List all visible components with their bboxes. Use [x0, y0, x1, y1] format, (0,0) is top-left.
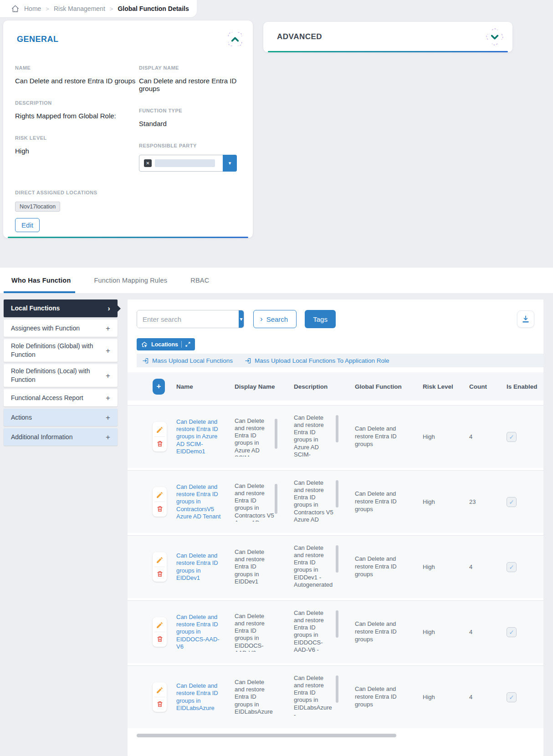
global-function-cell: Can Delete and restore Entra ID groups [355, 425, 409, 448]
breadcrumb-risk-management[interactable]: Risk Management [54, 5, 105, 12]
cell-scrollbar[interactable] [275, 484, 277, 514]
breadcrumb-separator-icon: > [46, 5, 49, 12]
trash-icon [156, 440, 164, 447]
edit-locations-button[interactable]: Edit [15, 218, 40, 232]
add-local-function-button[interactable]: + [153, 379, 165, 395]
search-dropdown-caret-icon[interactable]: ▾ [239, 310, 244, 328]
search-input[interactable] [137, 310, 239, 328]
main-content-panel: ▾ › Search Tags Locations Mass Upload Lo… [128, 299, 543, 756]
tags-button[interactable]: Tags [305, 310, 336, 328]
delete-row-button[interactable] [155, 504, 165, 514]
expand-icon [185, 341, 191, 347]
cell-scrollbar[interactable] [336, 480, 338, 507]
check-icon: ✓ [509, 629, 514, 636]
remove-party-icon[interactable]: ✕ [144, 159, 152, 167]
responsible-party-select[interactable]: ✕ ▾ [139, 155, 237, 172]
import-icon [245, 357, 251, 364]
risk-level-cell: High [423, 694, 469, 700]
display-name-cell: Can Delete and restore Entra ID groups i… [235, 417, 275, 457]
check-icon: ✓ [509, 433, 514, 441]
function-name-link[interactable]: Can Delete and restore Entra ID groups i… [176, 614, 222, 650]
breadcrumb-home[interactable]: Home [24, 5, 41, 12]
row-actions [153, 682, 167, 712]
cell-scrollbar[interactable] [275, 419, 277, 449]
edit-row-button[interactable] [155, 425, 165, 435]
column-header-is-enabled[interactable]: Is Enabled [507, 383, 543, 390]
plus-icon: + [106, 394, 110, 402]
tab-rbac[interactable]: RBAC [179, 268, 221, 293]
global-function-cell: Can Delete and restore Entra ID groups [355, 620, 409, 644]
check-icon: ✓ [509, 563, 514, 571]
global-function-cell: Can Delete and restore Entra ID groups [355, 555, 409, 578]
breadcrumb-current: Global Function Details [118, 5, 189, 12]
home-icon[interactable] [11, 5, 20, 13]
cell-scrollbar[interactable] [336, 545, 338, 573]
tab-function-mapping-rules[interactable]: Function Mapping Rules [82, 268, 179, 293]
tab-who-has-function[interactable]: Who Has Function [0, 268, 82, 293]
function-name-link[interactable]: Can Delete and restore Entra ID groups i… [176, 483, 222, 520]
horizontal-scrollbar[interactable] [137, 734, 396, 737]
is-enabled-checkbox[interactable]: ✓ [507, 692, 517, 702]
is-enabled-checkbox[interactable]: ✓ [507, 497, 517, 507]
plus-icon: + [106, 414, 110, 421]
pencil-icon [156, 556, 164, 564]
cell-scrollbar[interactable] [336, 675, 338, 703]
sidebar-item-assignees-with-function[interactable]: Assignees with Function + [4, 320, 118, 337]
row-actions [153, 617, 167, 647]
cell-scrollbar[interactable] [336, 415, 338, 442]
column-header-display-name[interactable]: Display Name [235, 383, 294, 390]
name-value: Can Delete and restore Entra ID groups [15, 77, 139, 85]
delete-row-button[interactable] [155, 699, 165, 709]
edit-row-button[interactable] [155, 620, 165, 630]
plus-icon: + [106, 325, 110, 332]
column-header-description[interactable]: Description [294, 383, 355, 390]
search-button[interactable]: › Search [253, 310, 297, 328]
sidebar-item-actions[interactable]: Actions + [4, 409, 118, 426]
row-actions [153, 487, 167, 517]
delete-row-button[interactable] [155, 439, 165, 449]
download-button[interactable] [517, 310, 534, 328]
sidebar-item-local-functions[interactable]: Local Functions › [4, 299, 118, 317]
mass-upload-band: Mass Upload Local Functions Mass Upload … [137, 354, 543, 367]
column-header-count[interactable]: Count [469, 383, 507, 390]
trash-icon [156, 570, 164, 578]
sidebar-item-role-definitions-local[interactable]: Role Definitions (Local) with Function + [4, 364, 118, 387]
direct-assigned-locations-label: DIRECT ASSIGNED LOCATIONS [15, 190, 253, 195]
advanced-panel-title: ADVANCED [277, 32, 322, 41]
is-enabled-checkbox[interactable]: ✓ [507, 562, 517, 572]
column-header-risk-level[interactable]: Risk Level [423, 383, 469, 390]
expand-advanced-button[interactable] [486, 28, 503, 46]
is-enabled-checkbox[interactable]: ✓ [507, 432, 517, 442]
risk-level-label: RISK LEVEL [15, 135, 139, 141]
column-header-name[interactable]: Name [176, 383, 235, 390]
function-name-link[interactable]: Can Delete and restore Entra ID groups i… [176, 552, 222, 582]
locations-filter-chip[interactable]: Locations [137, 338, 195, 350]
delete-row-button[interactable] [155, 634, 165, 644]
sidebar-item-role-definitions-global[interactable]: Role Definitions (Global) with Function … [4, 339, 118, 362]
is-enabled-checkbox[interactable]: ✓ [507, 627, 517, 637]
sidebar-item-functional-access-report[interactable]: Functional Access Report + [4, 389, 118, 406]
function-name-link[interactable]: Can Delete and restore Entra ID groups i… [176, 682, 222, 712]
trash-icon [156, 700, 164, 708]
edit-row-button[interactable] [155, 685, 165, 695]
chip-divider [181, 341, 182, 348]
cell-scrollbar[interactable] [336, 610, 338, 638]
delete-row-button[interactable] [155, 569, 165, 579]
description-cell: Can Delete and restore Entra ID groups i… [294, 479, 334, 525]
trash-icon [156, 635, 164, 643]
mass-upload-to-application-role-link[interactable]: Mass Upload Local Functions To Applicati… [245, 357, 389, 364]
party-dropdown-caret-icon[interactable]: ▾ [223, 155, 237, 172]
display-name-cell: Can Delete and restore Entra ID groups i… [235, 679, 275, 715]
edit-row-button[interactable] [155, 490, 165, 500]
function-type-value: Standard [139, 120, 239, 127]
collapse-general-button[interactable] [226, 30, 244, 48]
tab-bar: Who Has Function Function Mapping Rules … [0, 268, 553, 293]
function-name-link[interactable]: Can Delete and restore Entra ID groups i… [176, 418, 222, 455]
mass-upload-local-functions-link[interactable]: Mass Upload Local Functions [142, 357, 233, 364]
sidebar-item-additional-information[interactable]: Additional Information + [4, 428, 118, 446]
column-header-global-function[interactable]: Global Function [355, 383, 423, 390]
edit-row-button[interactable] [155, 555, 165, 565]
name-label: NAME [15, 65, 139, 71]
action-divider [154, 567, 165, 567]
download-icon [521, 315, 530, 324]
